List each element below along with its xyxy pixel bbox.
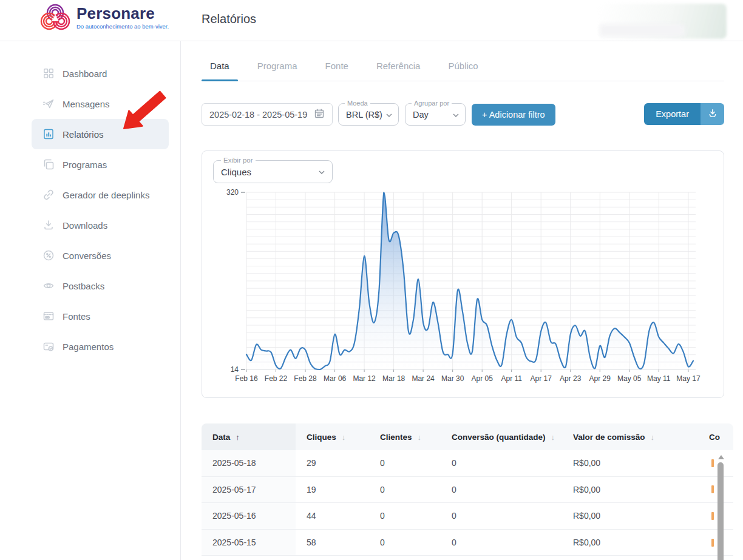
table-cell: R$0,00 <box>562 450 709 476</box>
tabs-bar: DataProgramaFonteReferênciaPúblico <box>202 61 724 81</box>
brand-tagline: Do autoconhecimento ao bem-viver. <box>76 23 169 30</box>
sidebar-item-label: Postbacks <box>63 281 104 291</box>
tab-fonte[interactable]: Fonte <box>317 61 357 81</box>
svg-text:May 11: May 11 <box>647 374 671 383</box>
svg-text:14: 14 <box>231 365 239 374</box>
tab-programa[interactable]: Programa <box>249 61 306 81</box>
group-by-select-label: Agrupar por <box>412 100 452 107</box>
sidebar-item-label: Conversões <box>63 251 111 261</box>
column-header-conversao-quantidade-[interactable]: Conversão (quantidade)↓ <box>441 423 562 450</box>
eye-icon <box>42 280 55 292</box>
currency-select[interactable]: Moeda BRL (R$) <box>338 103 399 126</box>
sidebar-item-pagamentos[interactable]: Pagamentos <box>32 331 169 362</box>
table-cell: 0 <box>369 450 441 476</box>
table-cell: 0 <box>441 530 562 556</box>
clipped-text-marker <box>711 512 714 520</box>
sort-desc-icon: ↓ <box>342 433 346 442</box>
table-row: 2025-05-182900R$0,00 <box>202 450 733 477</box>
add-filter-button[interactable]: + Adicionar filtro <box>472 104 555 126</box>
sidebar-item-postbacks[interactable]: Postbacks <box>32 271 169 301</box>
table-row-partial <box>202 556 733 560</box>
sidebar-item-label: Mensagens <box>63 99 110 109</box>
card-check-icon <box>42 340 55 353</box>
sidebar-item-fontes[interactable]: Fontes <box>32 301 169 331</box>
table-cell: R$0,00 <box>562 503 709 529</box>
table-cell: R$0,00 <box>562 530 709 556</box>
column-header-cliques[interactable]: Cliques↓ <box>296 423 369 450</box>
export-split-icon-button[interactable] <box>701 103 724 125</box>
sidebar-item-dashboard[interactable]: Dashboard <box>32 58 169 89</box>
group-by-select[interactable]: Agrupar por Day <box>405 103 466 126</box>
sidebar-item-downloads[interactable]: Downloads <box>32 210 169 240</box>
sidebar-item-label: Dashboard <box>63 69 107 79</box>
clipped-text-marker <box>711 459 714 467</box>
column-header-label: Clientes <box>380 433 412 442</box>
red-arrow-annotation <box>119 91 166 135</box>
date-range-value: 2025-02-18 - 2025-05-19 <box>209 110 314 120</box>
sort-desc-icon: ↓ <box>651 433 655 442</box>
reports-table: Data↑Cliques↓Clientes↓Conversão (quantid… <box>202 423 733 560</box>
filters-row: 2025-02-18 - 2025-05-19 Moeda BRL (R$) A… <box>202 103 724 126</box>
sidebar-item-programas[interactable]: Programas <box>32 149 169 180</box>
calendar-icon <box>314 108 325 121</box>
brand-logo[interactable]: Personare Do autoconhecimento ao bem-viv… <box>39 3 169 32</box>
sort-desc-icon: ↓ <box>551 433 555 442</box>
table-row: 2025-05-171900R$0,00 <box>202 477 733 504</box>
svg-text:Apr 23: Apr 23 <box>560 374 582 383</box>
svg-text:Mar 06: Mar 06 <box>324 374 347 383</box>
group-by-select-value: Day <box>413 110 453 120</box>
table-cell: 0 <box>369 530 441 556</box>
date-range-input[interactable]: 2025-02-18 - 2025-05-19 <box>202 103 333 126</box>
sidebar-item-label: Pagamentos <box>63 342 114 352</box>
currency-select-value: BRL (R$) <box>346 110 386 120</box>
svg-text:Mar 12: Mar 12 <box>353 374 376 383</box>
chevron-down-icon <box>453 109 459 120</box>
sort-asc-icon: ↑ <box>236 433 240 442</box>
svg-text:Feb 28: Feb 28 <box>294 374 317 383</box>
export-button[interactable]: Exportar <box>644 103 724 125</box>
clipped-text-marker <box>711 485 714 493</box>
sidebar-item-gerador-de-deeplinks[interactable]: Gerador de deeplinks <box>32 180 169 210</box>
table-cell: 2025-05-15 <box>202 530 296 556</box>
column-header-label: Data <box>212 433 230 442</box>
column-header-partial[interactable]: Co <box>709 423 733 450</box>
display-by-select[interactable]: Exibir por Cliques <box>213 160 333 183</box>
sidebar-item-label: Downloads <box>63 220 107 231</box>
column-header-label: Cliques <box>307 433 336 442</box>
dashboard-grid-icon <box>42 67 55 79</box>
svg-text:May 17: May 17 <box>676 374 701 383</box>
currency-select-label: Moeda <box>345 100 370 107</box>
export-button-label[interactable]: Exportar <box>644 103 701 125</box>
brand-text: Personare Do autoconhecimento ao bem-viv… <box>76 5 169 30</box>
tab-publico[interactable]: Público <box>439 61 486 81</box>
app-root: DashboardMensagensRelatóriosProgramasGer… <box>0 0 743 560</box>
tab-data[interactable]: Data <box>202 61 238 81</box>
svg-text:Mar 24: Mar 24 <box>412 374 435 383</box>
report-chart-icon <box>42 128 55 140</box>
tab-referencia[interactable]: Referência <box>368 61 429 81</box>
column-header-clientes[interactable]: Clientes↓ <box>369 423 441 450</box>
column-header-data[interactable]: Data↑ <box>202 423 296 450</box>
table-cell: 44 <box>296 503 369 529</box>
table-cell: 0 <box>369 477 441 503</box>
svg-text:Mar 30: Mar 30 <box>441 374 464 383</box>
display-by-select-label: Exibir por <box>221 157 256 164</box>
column-header-label: Co <box>709 433 720 442</box>
sidebar-item-conversoes[interactable]: Conversões <box>32 240 169 271</box>
svg-text:Apr 17: Apr 17 <box>531 374 552 383</box>
table-cell: 0 <box>441 450 562 476</box>
svg-text:May 05: May 05 <box>617 374 642 383</box>
brand-name: Personare <box>76 5 169 21</box>
column-header-valor-de-comissao[interactable]: Valor de comissão↓ <box>562 423 709 450</box>
table-cell: 0 <box>441 477 562 503</box>
window-link-icon <box>42 310 55 322</box>
table-cell: 2025-05-18 <box>202 450 296 476</box>
svg-text:Feb 22: Feb 22 <box>265 374 288 383</box>
vertical-scrollbar[interactable] <box>718 462 724 560</box>
svg-text:320: 320 <box>226 188 239 197</box>
table-cell: 0 <box>441 503 562 529</box>
clicks-area-chart: Feb 16Feb 22Feb 28Mar 06Mar 12Mar 18Mar … <box>202 186 706 390</box>
sidebar: DashboardMensagensRelatóriosProgramasGer… <box>0 0 181 560</box>
column-header-label: Valor de comissão <box>573 433 645 442</box>
scrollbar-up-arrow-icon[interactable] <box>718 455 724 459</box>
